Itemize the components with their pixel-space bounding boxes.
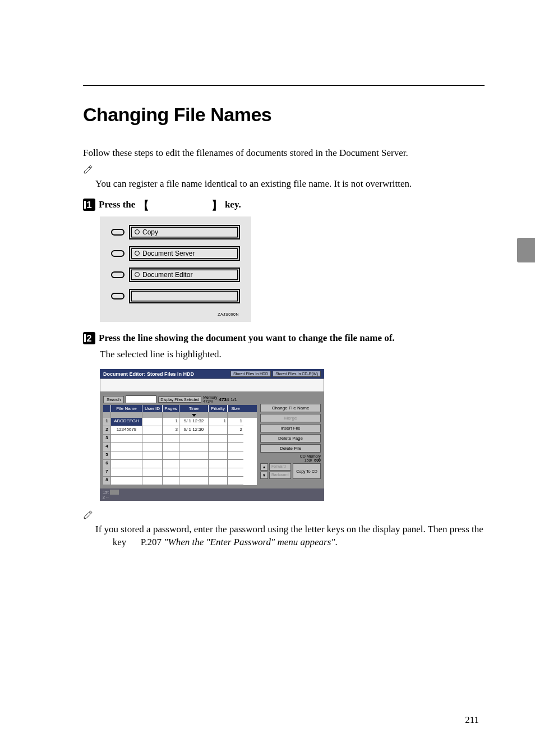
merge-button[interactable]: Merge	[260, 414, 321, 422]
delete-file-button[interactable]: Delete File	[260, 444, 321, 453]
cd-memory-total: 600	[314, 458, 321, 462]
table-row[interactable]: 7	[103, 468, 257, 477]
screen-blank-area	[100, 379, 324, 392]
table-row[interactable]: 3	[103, 435, 257, 443]
bracket-open: 【	[138, 200, 149, 211]
bracket-close: 】	[211, 200, 223, 211]
intro-text: Follow these steps to edit the filenames…	[83, 147, 485, 160]
tab-hdd[interactable]: Stored Files In HDD	[230, 371, 271, 377]
button-panel-figure: Copy Document Server Document Editor ZAJ…	[100, 216, 251, 322]
note-text: You can register a file name identical t…	[95, 178, 485, 191]
docserver-label: Document Server	[142, 250, 195, 257]
col-time-header: Time	[179, 405, 209, 412]
step-1: 1 Press the 【Document Editor】 key.	[83, 199, 485, 211]
button-row-docserver: Document Server	[111, 246, 240, 261]
copy-button: Copy	[129, 225, 240, 239]
indicator-second-line: 2 ←	[103, 495, 110, 499]
header-divider	[83, 85, 485, 86]
ref-title: "When the "Enter Password" menu appears"	[164, 537, 335, 547]
screenshot-figure: Document Editor: Stored Files In HDD Sto…	[100, 369, 324, 501]
doceditor-label: Document Editor	[142, 271, 192, 279]
oval-button-icon	[111, 250, 124, 257]
nav-backward-row: ▼ Backward	[260, 472, 291, 479]
screen-titlebar: Document Editor: Stored Files In HDD Sto…	[100, 369, 324, 379]
button-row-doceditor: Document Editor	[111, 268, 240, 282]
step-number-1-icon: 1	[83, 199, 95, 211]
table-row[interactable]: 1ABCDEFGH19/ 1 12:3211	[103, 418, 257, 426]
screen-body: Search Display Files Selected Memory 473…	[100, 392, 324, 488]
cd-memory-label: CD Memory	[300, 454, 321, 458]
step-1-suffix: key.	[223, 199, 241, 210]
table-rows: 1ABCDEFGH19/ 1 12:321121234567839/ 1 12:…	[103, 418, 257, 485]
display-selected-button[interactable]: Display Files Selected	[158, 397, 201, 403]
delete-page-button[interactable]: Delete Page	[260, 434, 321, 442]
col-name-header: File Name	[111, 405, 142, 412]
indicator-text: 1st	[103, 490, 109, 495]
step-1-text: Press the 【Document Editor】 key.	[99, 199, 241, 211]
table-header: File Name User ID Pages Time Priority Si…	[103, 405, 257, 412]
ref-page: P.207	[141, 537, 164, 547]
col-pages-header: Pages	[163, 405, 179, 412]
step-2-subtext: The selected line is highlighted.	[100, 349, 485, 360]
forward-button[interactable]: Forward	[269, 463, 291, 471]
col-priority-header: Priority	[209, 405, 228, 412]
table-row[interactable]: 6	[103, 460, 257, 468]
screen-tabs: Stored Files In HDD Stored Files In CD-R…	[230, 371, 321, 377]
circle-icon	[135, 229, 140, 234]
backward-button[interactable]: Backward	[269, 472, 291, 479]
page-content: Changing File Names Follow these steps t…	[0, 0, 535, 549]
note2-part1: If you stored a password, enter the pass…	[95, 524, 483, 534]
step-number-2-icon: 2	[83, 332, 95, 344]
page-title: Changing File Names	[83, 104, 485, 126]
table-row[interactable]: 4	[103, 443, 257, 451]
screen-title: Document Editor: Stored Files In HDD	[103, 371, 194, 377]
copy-label: Copy	[142, 228, 158, 236]
oval-button-icon	[111, 293, 124, 299]
screen-right-panel: Change File Name Merge Insert File Delet…	[260, 395, 321, 485]
search-row: Search Display Files Selected Memory 473…	[103, 395, 257, 403]
col-user-header: User ID	[142, 405, 163, 412]
tab-cdrw[interactable]: Stored Files In CD-R(W)	[273, 371, 321, 377]
change-file-name-button[interactable]: Change File Name	[260, 404, 321, 412]
svg-rect-5	[84, 334, 86, 342]
figure-code: ZAJS090N	[111, 310, 240, 316]
down-arrow-icon[interactable]: ▼	[260, 472, 268, 479]
step-1-prefix: Press the	[99, 199, 138, 210]
page-number: 211	[465, 714, 479, 726]
circle-icon	[135, 251, 140, 256]
pencil-icon	[83, 510, 485, 522]
table-row[interactable]: 21234567839/ 1 12:302	[103, 426, 257, 435]
button-row-empty	[111, 289, 240, 303]
indicator-bar	[110, 490, 119, 495]
document-editor-button: Document Editor	[129, 268, 240, 282]
table-sort-row	[103, 412, 257, 418]
oval-button-icon	[111, 229, 124, 236]
sort-arrow-icon[interactable]	[192, 414, 196, 417]
search-input[interactable]	[126, 395, 156, 403]
col-num-header	[103, 405, 111, 412]
pencil-icon	[83, 164, 485, 177]
up-arrow-icon[interactable]: ▲	[260, 463, 268, 471]
step-2: 2 Press the line showing the document yo…	[83, 332, 485, 344]
circle-icon	[135, 272, 140, 277]
memory-total: 4734	[219, 397, 229, 402]
copy-to-cd-button[interactable]: Copy To CD	[293, 463, 321, 479]
memory-label: Memory	[203, 395, 217, 399]
note2-part2: key	[110, 537, 128, 547]
document-server-button: Document Server	[129, 246, 240, 261]
note2-text: If you stored a password, enter the pass…	[95, 523, 485, 549]
table-row[interactable]: 8	[103, 477, 257, 485]
memory-indicator: Memory 4734/	[203, 395, 217, 403]
empty-button	[129, 289, 240, 303]
page-indicator: 1/1	[230, 397, 237, 402]
nav-forward-row: ▲ Forward	[260, 463, 291, 471]
side-tab	[517, 238, 535, 262]
table-row[interactable]: 5	[103, 451, 257, 460]
search-button[interactable]: Search	[103, 396, 124, 403]
screen-left-panel: Search Display Files Selected Memory 473…	[103, 395, 257, 485]
bottom-indicator: 1st 2 ←	[100, 488, 324, 501]
insert-file-button[interactable]: Insert File	[260, 424, 321, 432]
button-row-copy: Copy	[111, 225, 240, 239]
col-size-header: Size	[228, 405, 243, 412]
svg-text:2: 2	[87, 334, 92, 343]
